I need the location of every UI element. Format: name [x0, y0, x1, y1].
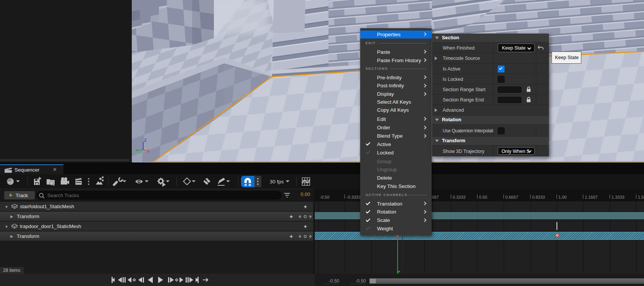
svg-text:30 fps: 30 fps: [270, 179, 284, 185]
svg-text:X: X: [147, 149, 150, 153]
svg-text:Z: Z: [144, 138, 147, 143]
